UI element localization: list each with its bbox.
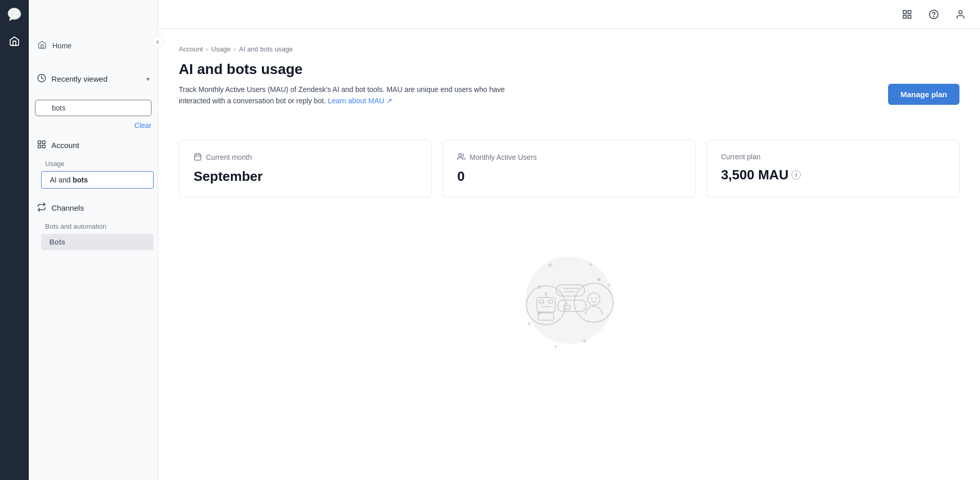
page-description: Track Monthly Active Users (MAU) of Zend… bbox=[179, 84, 538, 107]
stats-cards-row: Current month September Monthly Active U… bbox=[179, 140, 959, 197]
topbar-grid-icon[interactable] bbox=[898, 5, 916, 24]
logo[interactable] bbox=[0, 0, 29, 29]
home-icon bbox=[37, 40, 47, 51]
illustration-area: + + + + + + bbox=[179, 218, 959, 372]
plan-info-icon[interactable]: i bbox=[791, 170, 801, 179]
breadcrumb-usage[interactable]: Usage bbox=[211, 45, 231, 53]
bots-automation-title: Bots and automation bbox=[37, 219, 158, 233]
search-input[interactable] bbox=[35, 100, 152, 116]
account-nav-group: Account Usage AI and bots bbox=[29, 133, 158, 195]
current-plan-card: Current plan 3,500 MAU i bbox=[706, 140, 959, 197]
recently-viewed-label: Recently viewed bbox=[51, 75, 107, 83]
account-icon bbox=[37, 140, 46, 151]
channels-subgroup-bots: Bots and automation Bots bbox=[29, 218, 158, 253]
zendesk-logo-icon bbox=[6, 6, 23, 23]
clear-search-link[interactable]: Clear bbox=[29, 120, 158, 133]
rail-home-icon[interactable] bbox=[0, 29, 29, 53]
svg-rect-3 bbox=[43, 145, 45, 148]
svg-point-26 bbox=[597, 278, 600, 281]
page-title: AI and bots usage bbox=[179, 61, 959, 78]
mau-label: Monthly Active Users bbox=[469, 153, 537, 161]
breadcrumb: Account › Usage › AI and bots usage bbox=[179, 45, 959, 53]
learn-more-link[interactable]: Learn about MAU ↗ bbox=[328, 97, 392, 105]
svg-point-33 bbox=[545, 292, 547, 294]
account-nav-label: Account bbox=[51, 141, 79, 150]
sidebar-item-home[interactable]: Home bbox=[29, 35, 158, 56]
svg-rect-4 bbox=[38, 145, 41, 148]
sidebar-item-ai-and-bots[interactable]: AI and bots bbox=[41, 171, 154, 189]
svg-text:+: + bbox=[589, 260, 593, 268]
current-month-value: September bbox=[194, 169, 417, 184]
home-label: Home bbox=[52, 42, 71, 50]
breadcrumb-sep-2: › bbox=[234, 45, 236, 53]
sidebar-home-section: Home bbox=[29, 29, 158, 62]
sidebar-search-wrapper: 🔍 bbox=[29, 96, 158, 120]
current-plan-label: Current plan bbox=[721, 153, 761, 161]
svg-rect-1 bbox=[38, 141, 41, 143]
mau-value: 0 bbox=[457, 169, 681, 184]
recently-viewed-section: Recently viewed ▾ bbox=[29, 62, 158, 96]
users-icon bbox=[457, 153, 465, 162]
current-plan-header: Current plan bbox=[721, 153, 945, 161]
current-month-header: Current month bbox=[194, 153, 417, 162]
channels-nav-group: Channels Bots and automation Bots bbox=[29, 195, 158, 257]
mau-card: Monthly Active Users 0 bbox=[442, 140, 695, 197]
bots-highlight: Bots bbox=[49, 238, 65, 246]
left-rail bbox=[0, 0, 29, 480]
channels-nav-header[interactable]: Channels bbox=[29, 197, 158, 218]
current-plan-value: 3,500 MAU i bbox=[721, 167, 945, 183]
account-subgroup-usage: Usage AI and bots bbox=[29, 156, 158, 191]
svg-point-16 bbox=[459, 154, 462, 156]
svg-rect-12 bbox=[195, 154, 201, 160]
calendar-icon bbox=[194, 153, 202, 162]
manage-plan-button[interactable]: Manage plan bbox=[888, 84, 959, 105]
svg-text:+: + bbox=[548, 260, 553, 270]
svg-text:+: + bbox=[608, 282, 611, 289]
plan-mau-value: 3,500 MAU bbox=[721, 167, 789, 183]
svg-rect-2 bbox=[43, 141, 45, 143]
svg-text:+: + bbox=[527, 319, 531, 327]
sidebar-item-bots[interactable]: Bots bbox=[41, 234, 154, 250]
channels-nav-label: Channels bbox=[51, 204, 84, 212]
svg-point-43 bbox=[595, 297, 597, 299]
breadcrumb-account[interactable]: Account bbox=[179, 45, 203, 53]
account-nav-header[interactable]: Account bbox=[29, 135, 158, 156]
current-month-card: Current month September bbox=[179, 140, 432, 197]
recently-viewed-chevron-icon: ▾ bbox=[146, 76, 149, 83]
topbar-user-icon[interactable] bbox=[951, 5, 970, 24]
mau-header: Monthly Active Users bbox=[457, 153, 681, 162]
svg-rect-5 bbox=[903, 10, 907, 13]
current-month-label: Current month bbox=[206, 153, 252, 161]
main-content: Account › Usage › AI and bots usage AI a… bbox=[158, 29, 980, 480]
svg-rect-6 bbox=[908, 10, 911, 13]
search-highlight: bots bbox=[72, 176, 88, 184]
recently-viewed-header[interactable]: Recently viewed ▾ bbox=[29, 68, 158, 89]
clock-icon bbox=[37, 73, 46, 84]
breadcrumb-sep-1: › bbox=[206, 45, 208, 53]
svg-rect-8 bbox=[903, 15, 907, 18]
svg-point-42 bbox=[591, 297, 593, 299]
sidebar-collapse-button[interactable] bbox=[152, 36, 164, 48]
channels-icon bbox=[37, 202, 46, 213]
empty-state-illustration: + + + + + + bbox=[502, 238, 636, 352]
svg-text:+: + bbox=[554, 343, 557, 350]
usage-group-title: Usage bbox=[37, 157, 158, 171]
topbar-help-icon[interactable] bbox=[925, 5, 943, 24]
svg-text:+: + bbox=[582, 337, 587, 345]
sidebar: Home Recently viewed ▾ 🔍 Clear Account U… bbox=[29, 0, 158, 480]
breadcrumb-current: AI and bots usage bbox=[239, 45, 293, 53]
svg-point-11 bbox=[959, 10, 963, 14]
svg-rect-7 bbox=[908, 15, 911, 18]
